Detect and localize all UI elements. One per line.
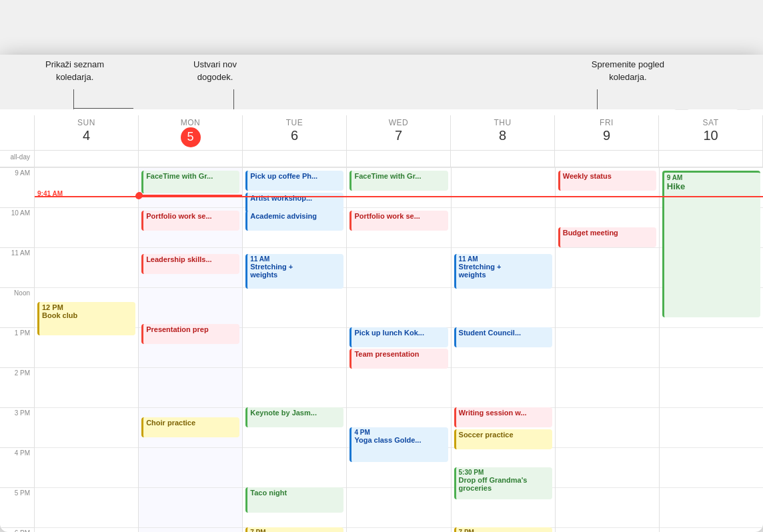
event-portfolio-mon[interactable]: Portfolio work se... [141, 211, 239, 231]
day-col-mon[interactable]: FaceTime with Gr... Portfolio work se...… [139, 167, 243, 532]
allday-cell-mon [139, 151, 243, 167]
time-5pm: 5 PM [0, 487, 34, 527]
day-header-mon: MON 5 [139, 115, 243, 150]
allday-cell-wed [347, 151, 451, 167]
time-9am: 9 AM [0, 167, 34, 207]
day-header-sun: SUN 4 [35, 115, 139, 150]
event-artist-workshop[interactable]: Artist workshop... [245, 193, 343, 213]
allday-cell-thu [451, 151, 555, 167]
allday-label: all-day [0, 151, 35, 167]
minimize-button[interactable] [24, 65, 33, 73]
time-noon: Noon [0, 287, 34, 327]
calendar-title: June 2023 [11, 91, 95, 111]
view-week-button[interactable]: Week [486, 61, 527, 77]
calendar-list-icon[interactable]: ▦ [54, 60, 69, 78]
event-portfolio-wed[interactable]: Portfolio work se... [349, 211, 448, 231]
time-4pm: 4 PM [0, 447, 34, 487]
today-button[interactable]: Today [693, 93, 732, 109]
allday-cell-tue [243, 151, 347, 167]
day-col-sun[interactable]: 12 PM Book club [35, 167, 139, 532]
maximize-button[interactable] [37, 65, 46, 73]
search-icon: 🔍 [626, 64, 636, 74]
days-grid: 12 PM Book club FaceTime with Gr... [35, 167, 763, 532]
event-homework-tue[interactable]: 7 PM Homework help [245, 527, 343, 532]
time-3pm: 3 PM [0, 407, 34, 447]
event-homework-thu[interactable]: 7 PM Homework help [454, 527, 552, 532]
event-choir[interactable]: Choir practice [141, 417, 239, 437]
allday-cell-sun [35, 151, 139, 167]
event-budget-meeting[interactable]: Budget meeting [558, 227, 656, 247]
event-academic-advising[interactable]: Academic advising [245, 211, 343, 231]
event-soccer[interactable]: Soccer practice [454, 429, 552, 449]
view-day-button[interactable]: Day [452, 61, 486, 77]
day-col-thu[interactable]: 11 AM Stretching + weights Student Counc… [452, 167, 556, 532]
nav-controls: ‹ Today › [673, 93, 752, 110]
day-headers: SUN 4 MON 5 TUE 6 WED 7 THU 8 [0, 115, 763, 151]
event-book-club[interactable]: 12 PM Book club [37, 302, 135, 335]
event-leadership-mon[interactable]: Leadership skills... [141, 254, 239, 274]
allday-cell-fri [555, 151, 659, 167]
time-labels: 9 AM 10 AM 11 AM Noon 1 PM 2 PM 3 PM 4 P… [0, 167, 35, 532]
event-weekly-status[interactable]: Weekly status [558, 171, 656, 191]
event-stretching-tue[interactable]: 11 AM Stretching + weights [245, 254, 343, 289]
time-grid: 9 AM 10 AM 11 AM Noon 1 PM 2 PM 3 PM 4 P… [0, 167, 763, 532]
next-button[interactable]: › [735, 93, 752, 110]
search-input[interactable] [640, 64, 746, 74]
event-team-presentation[interactable]: Team presentation [349, 349, 448, 369]
prev-button[interactable]: ‹ [673, 93, 690, 110]
inbox-icon[interactable]: ✉ [76, 60, 90, 78]
event-student-council[interactable]: Student Council... [454, 327, 552, 347]
day-col-sat[interactable]: 9 AM Hike [660, 167, 763, 532]
event-keynote[interactable]: Keynote by Jasm... [245, 407, 343, 427]
close-button[interactable] [11, 65, 19, 73]
view-year-button[interactable]: Year [570, 61, 606, 77]
allday-cell-sat [659, 151, 763, 167]
time-2pm: 2 PM [0, 367, 34, 407]
add-event-button[interactable]: + [95, 61, 111, 77]
event-hike[interactable]: 9 AM Hike [662, 171, 760, 317]
day-header-sat: SAT 10 [659, 115, 763, 150]
time-6pm: 6 PM [0, 527, 34, 532]
allday-row: all-day [0, 151, 763, 167]
day-col-wed[interactable]: FaceTime with Gr... Portfolio work se...… [347, 167, 451, 532]
time-1pm: 1 PM [0, 327, 34, 367]
event-pickup-lunch[interactable]: Pick up lunch Kok... [349, 327, 448, 347]
day-col-fri[interactable]: Weekly status Budget meeting [556, 167, 660, 532]
event-presentation-prep[interactable]: Presentation prep [141, 324, 239, 344]
event-stretching-thu[interactable]: 11 AM Stretching + weights [454, 254, 552, 289]
event-facetime-mon[interactable]: FaceTime with Gr... [141, 171, 239, 193]
toolbar-icons: ▦ ✉ [54, 60, 90, 78]
time-10am: 10 AM [0, 207, 34, 247]
event-pickup-coffee[interactable]: Pick up coffee Ph... [245, 171, 343, 191]
event-taco-night[interactable]: Taco night [245, 487, 343, 513]
day-header-fri: FRI 9 [555, 115, 659, 150]
view-month-button[interactable]: Month [527, 61, 570, 77]
event-yoga[interactable]: 4 PM Yoga class Golde... [349, 427, 448, 462]
event-writing-session[interactable]: Writing session w... [454, 407, 552, 427]
day-header-wed: WED 7 [347, 115, 451, 150]
day-header-thu: THU 8 [451, 115, 555, 150]
day-col-tue[interactable]: Pick up coffee Ph... Artist workshop... … [243, 167, 347, 532]
event-facetime-wed[interactable]: FaceTime with Gr... [349, 171, 448, 191]
toolbar: ▦ ✉ + Day Week Month Year 🔍 [0, 55, 763, 84]
view-switcher: Day Week Month Year [452, 61, 606, 77]
time-11am: 11 AM [0, 247, 34, 287]
event-dropoff-grandma[interactable]: 5:30 PM Drop off Grandma's groceries [454, 467, 552, 499]
day-header-tue: TUE 6 [243, 115, 347, 150]
traffic-lights [11, 65, 46, 73]
calendar-header: June 2023 ‹ Today › [0, 84, 763, 115]
search-box[interactable]: 🔍 [619, 61, 752, 77]
